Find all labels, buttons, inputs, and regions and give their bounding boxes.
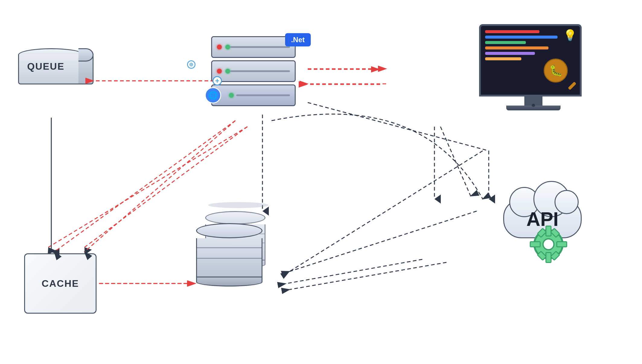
magnify-handle [568,81,576,90]
svg-line-37 [440,127,471,196]
code-line-blue-1 [485,36,558,39]
api-component: API [497,187,600,247]
monitor-component: 💡 🐛 [479,24,588,110]
server-unit-2 [211,60,296,82]
code-line-purple [485,52,535,55]
magnify-glass: 🐛 [544,59,574,89]
dotnet-badge: .Net [285,33,311,46]
queue-cylinder-end-top [78,48,94,62]
led-green-3 [229,93,234,98]
connection-icon [189,62,194,67]
svg-line-17 [290,151,483,271]
led-green-1 [225,45,230,49]
gear-tooth-right [556,241,567,247]
db-shadow [208,202,269,208]
code-line-orange [485,46,548,49]
code-line-green-1 [485,41,526,44]
server-stripe-1 [230,46,290,48]
api-label: API [526,208,559,230]
server-unit-1 [211,36,296,58]
cache-component: CACHE [24,253,97,314]
gear-inner-circle [542,238,555,250]
gear-tooth-bottom [545,252,551,263]
led-green-2 [225,69,230,74]
connection-node [187,60,195,69]
db-front [196,223,262,286]
gear-shape [533,229,564,259]
globe-badge: 🌐 [205,87,221,103]
svg-line-14 [308,103,489,151]
monitor-screen: 💡 🐛 [479,24,582,97]
monitor-camera [531,103,536,107]
gear-tooth-left [530,241,541,247]
led-red-1 [217,45,222,49]
server-stripe-2 [230,70,290,72]
svg-line-38 [290,262,447,290]
code-line-red-1 [485,30,539,33]
queue-component: QUEUE [18,48,97,90]
queue-label: QUEUE [27,61,65,72]
server-stack: .Net 🌐 [211,36,308,109]
svg-line-39 [290,211,477,271]
gear-component [533,229,564,259]
cache-box: CACHE [24,253,97,314]
gear-tooth-br [550,251,560,261]
bulb-icon: 💡 [563,29,577,42]
architecture-diagram: QUEUE CACHE .Net 🌐 [0,0,642,364]
svg-line-13 [287,259,422,283]
code-line-yellow [485,57,521,60]
server-stripe-3 [236,94,290,96]
server-unit-3: 🌐 [211,84,296,106]
led-red-2 [217,69,222,74]
bug-circle: 🐛 [544,59,568,83]
cache-label: CACHE [42,278,79,289]
bug-icon: 🐛 [549,64,563,77]
